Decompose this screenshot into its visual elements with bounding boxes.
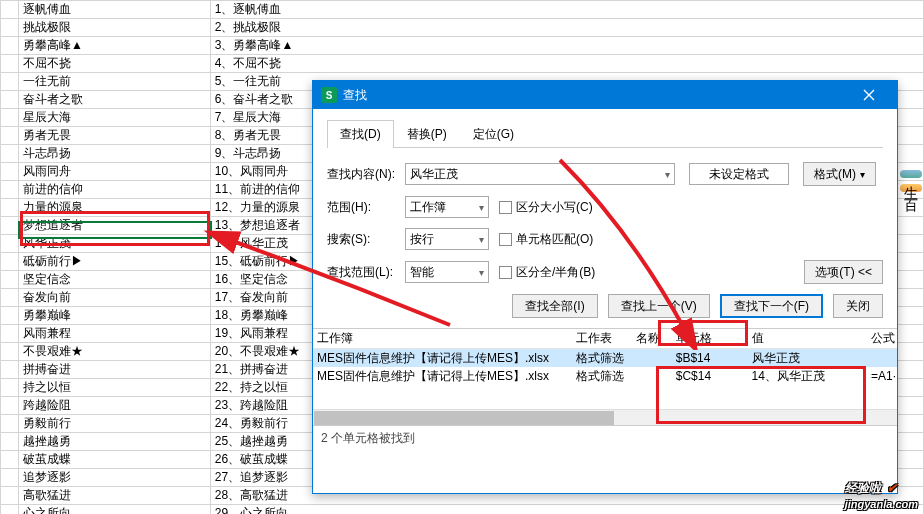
fullwidth-checkbox[interactable]: 区分全/半角(B) (499, 264, 595, 281)
match-checkbox[interactable]: 单元格匹配(O) (499, 231, 593, 248)
scope-label: 查找范围(L): (327, 264, 405, 281)
options-button[interactable]: 选项(T) << (804, 260, 883, 284)
table-row[interactable]: 勇攀高峰▲3、勇攀高峰▲ (1, 37, 924, 55)
result-row[interactable]: MES固件信息维护【请记得上传MES】.xlsx格式筛选$C$1414、风华正茂… (313, 367, 897, 385)
search-select[interactable]: 按行▾ (405, 228, 489, 250)
range-select[interactable]: 工作簿▾ (405, 196, 489, 218)
side-decoration: 生 百 (900, 170, 924, 198)
close-button[interactable]: 关闭 (833, 294, 883, 318)
table-row[interactable]: 不屈不挠4、不屈不挠 (1, 55, 924, 73)
chevron-down-icon: ▾ (860, 169, 865, 180)
close-icon[interactable] (849, 81, 889, 109)
chevron-down-icon: ▾ (479, 234, 484, 245)
table-row[interactable]: 逐帆傅血1、逐帆傅血 (1, 1, 924, 19)
find-all-button[interactable]: 查找全部(I) (512, 294, 597, 318)
results-panel: 工作簿 工作表 名称 单元格 值 公式 MES固件信息维护【请记得上传MES】.… (313, 328, 897, 451)
results-header: 工作簿 工作表 名称 单元格 值 公式 (313, 329, 897, 349)
dialog-title: 查找 (343, 87, 367, 104)
watermark: 经验啦 ✔ jingyanla.com (845, 472, 918, 510)
tab-replace[interactable]: 替换(P) (394, 120, 460, 148)
range-label: 范围(H): (327, 199, 405, 216)
search-label: 搜索(S): (327, 231, 405, 248)
app-logo-icon: S (321, 87, 337, 103)
table-row[interactable]: 心之所向29、心之所向 (1, 505, 924, 515)
dialog-titlebar[interactable]: S 查找 (313, 81, 897, 109)
find-prev-button[interactable]: 查找上一个(V) (608, 294, 710, 318)
find-content-input[interactable]: 风华正茂▾ (405, 163, 675, 185)
tab-find[interactable]: 查找(D) (327, 120, 394, 148)
tab-goto[interactable]: 定位(G) (460, 120, 527, 148)
case-checkbox[interactable]: 区分大小写(C) (499, 199, 593, 216)
find-content-label: 查找内容(N): (327, 166, 405, 183)
find-dialog: S 查找 查找(D) 替换(P) 定位(G) 查找内容(N): 风华正茂▾ 未设… (312, 80, 898, 494)
table-row[interactable]: 挑战极限2、挑战极限 (1, 19, 924, 37)
chevron-down-icon: ▾ (479, 202, 484, 213)
format-button[interactable]: 格式(M)▾ (803, 162, 876, 186)
format-preview: 未设定格式 (689, 163, 789, 185)
chevron-down-icon: ▾ (479, 267, 484, 278)
scope-select[interactable]: 智能▾ (405, 261, 489, 283)
horizontal-scrollbar[interactable] (313, 409, 897, 425)
find-next-button[interactable]: 查找下一个(F) (720, 294, 823, 318)
dialog-tabs: 查找(D) 替换(P) 定位(G) (327, 119, 883, 148)
result-row[interactable]: MES固件信息维护【请记得上传MES】.xlsx格式筛选$B$14风华正茂 (313, 349, 897, 367)
status-text: 2 个单元格被找到 (313, 425, 897, 451)
chevron-down-icon: ▾ (665, 169, 670, 180)
